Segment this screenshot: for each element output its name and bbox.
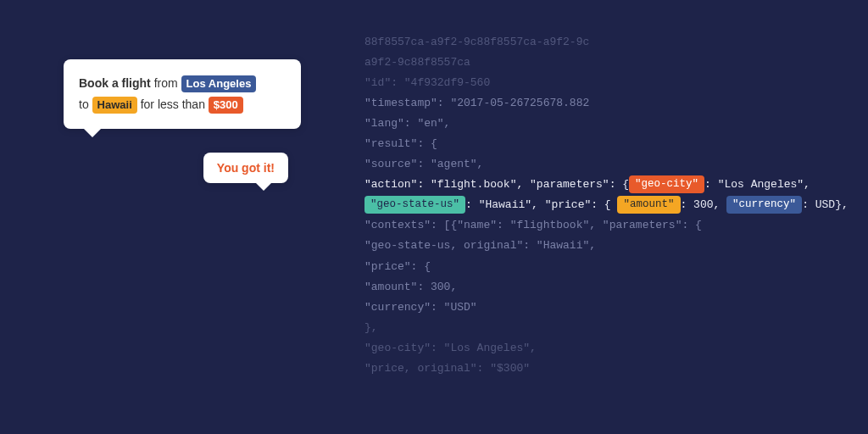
code-line-highlight: "action": "flight.book", "parameters": {… [364,175,851,195]
code-text: "action": "flight.book", "parameters": { [364,178,629,191]
code-line: }, [364,318,851,338]
chat-panel: Book a flight from Los Angeles to Hawaii… [64,59,301,129]
code-line: "source": "agent", [364,154,851,175]
code-line: "geo-state-us, original": "Hawaii", [364,236,851,256]
code-line: "result": { [364,134,851,154]
code-line: "price": { [364,257,851,277]
user-text: from [151,76,181,90]
user-text-bold: Book a flight [79,76,151,90]
code-line: "timestamp": "2017-05-26725678.882 [364,93,851,114]
agent-reply-text: You got it! [217,161,275,175]
user-message-bubble: Book a flight from Los Angeles to Hawaii… [64,59,301,129]
code-line: "currency": "USD" [364,298,851,318]
code-line: "price, original": "$300" [364,359,851,379]
code-text: : "Los Angeles", [704,178,810,191]
code-line: a9f2-9c88f8557ca [364,53,851,73]
json-output-panel: 88f8557ca-a9f2-9c88f8557ca-a9f2-9c a9f2-… [364,32,851,379]
user-text: to [79,97,92,111]
code-line: 88f8557ca-a9f2-9c88f8557ca-a9f2-9c [364,32,851,53]
entity-state-tag: Hawaii [92,97,137,114]
code-line: "amount": 300, [364,277,851,298]
code-text: : USD}, [802,198,849,211]
param-geo-city-tag: "geo-city" [629,175,704,193]
code-line-highlight: "geo-state-us": "Hawaii", "price": { "am… [364,195,851,215]
param-geo-state-tag: "geo-state-us" [364,196,465,214]
param-amount-tag: "amount" [617,196,680,214]
entity-price-tag: $300 [209,97,243,114]
agent-reply-bubble: You got it! [203,153,288,183]
code-text: : "Hawaii", "price": { [465,198,611,211]
code-line: "contexts": [{"name": "flightbook", "par… [364,215,851,236]
code-line: "geo-city": "Los Angeles", [364,338,851,359]
entity-city-tag: Los Angeles [181,75,257,92]
code-text: : 300, [681,198,727,211]
user-text: for less than [137,97,209,111]
code-line: "id": "4f932df9-560 [364,73,851,93]
param-currency-tag: "currency" [726,196,802,214]
code-line: "lang": "en", [364,114,851,134]
